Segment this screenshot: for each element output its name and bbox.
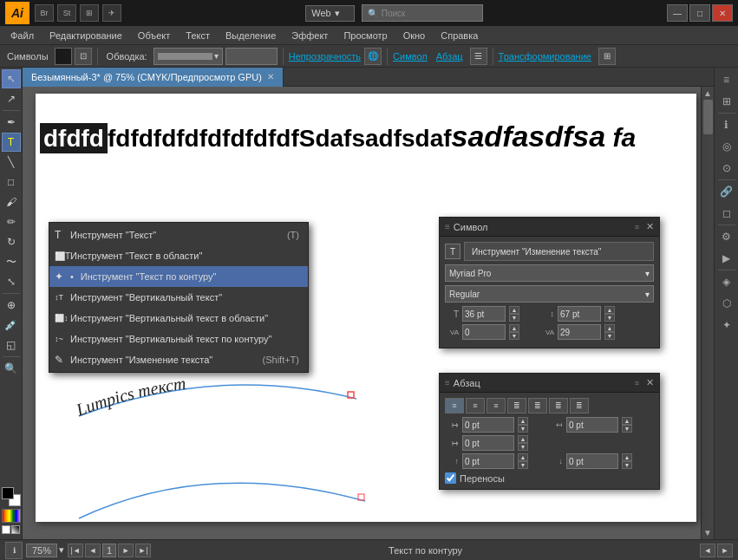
paintbrush-tool[interactable]: 🖌	[2, 192, 21, 212]
color-fg-bg[interactable]	[2, 487, 21, 506]
space-before-field[interactable]: 0 pt	[462, 453, 514, 469]
minimize-button[interactable]: —	[667, 4, 688, 22]
fill-options-btn[interactable]: ⊡	[75, 48, 92, 65]
blend-tool[interactable]: ⊕	[2, 296, 21, 315]
ctx-text-tool[interactable]: T Инструмент "Текст" (T)	[49, 225, 308, 245]
diamond-icon[interactable]: ◈	[716, 271, 737, 292]
menu-object[interactable]: Объект	[131, 29, 177, 42]
ctx-area-text-tool[interactable]: ⬜T Инструмент "Текст в области"	[49, 245, 308, 266]
font-style-dropdown[interactable]: Regular ▾	[445, 285, 654, 303]
leading-field[interactable]: 67 pt	[558, 306, 601, 322]
fill-swatch[interactable]	[55, 48, 72, 65]
search-bar[interactable]: 🔍 Поиск	[362, 4, 483, 22]
pencil-tool[interactable]: ✏	[2, 212, 21, 231]
status-left-btn[interactable]: ◄	[700, 544, 715, 557]
star-icon[interactable]: ✦	[716, 315, 737, 335]
panel-menu-icon[interactable]: ≡	[716, 69, 737, 90]
tracking-field[interactable]: 29	[558, 324, 601, 340]
first-line-up[interactable]: ▲	[518, 435, 528, 443]
align-left-btn[interactable]: ≡	[445, 398, 464, 413]
warp-tool[interactable]: 〜	[2, 252, 21, 271]
grid-icon[interactable]: ⊞	[716, 91, 737, 112]
status-info-btn[interactable]: ℹ	[5, 542, 23, 559]
status-right-btn[interactable]: ►	[717, 544, 733, 557]
none-swatch[interactable]	[2, 525, 10, 534]
hyphenation-checkbox[interactable]	[445, 472, 456, 484]
ctx-vert-area-text-tool[interactable]: ⬜↕ Инструмент "Вертикальный текст в обла…	[49, 308, 308, 329]
eyedropper-tool[interactable]: 💉	[2, 316, 21, 335]
indent-left-up[interactable]: ▲	[518, 417, 528, 425]
align-justify-btn[interactable]: ≣	[507, 398, 526, 413]
leading-down-btn[interactable]: ▼	[604, 314, 615, 322]
next-page-btn[interactable]: ►	[118, 544, 134, 557]
zoom-tool[interactable]: 🔍	[2, 359, 21, 378]
vertical-scrollbar[interactable]: ▲ ▼	[701, 87, 714, 539]
fg-color-swatch[interactable]	[2, 487, 14, 499]
line-tool[interactable]: ╲	[2, 153, 21, 172]
space-before-up[interactable]: ▲	[518, 453, 528, 461]
prev-page-btn[interactable]: ◄	[85, 544, 101, 557]
first-page-btn[interactable]: |◄	[68, 544, 83, 557]
leading-up-btn[interactable]: ▲	[604, 306, 615, 314]
web-dropdown[interactable]: Web ▾	[305, 5, 354, 22]
indent-right-field[interactable]: 0 pt	[566, 417, 618, 433]
info-icon[interactable]: ℹ	[716, 114, 737, 135]
align-justify-last-btn[interactable]: ≣	[528, 398, 547, 413]
menu-help[interactable]: Справка	[434, 29, 485, 42]
align-right-btn[interactable]: ≡	[487, 398, 506, 413]
stroke-weight-dropdown[interactable]	[225, 48, 278, 65]
opacity-btn[interactable]: Непрозрачность	[289, 51, 361, 62]
gear-icon[interactable]: ⚙	[716, 226, 737, 247]
menu-file[interactable]: Файл	[3, 29, 41, 42]
pen-tool[interactable]: ✒	[2, 113, 21, 132]
para-panel-close-btn[interactable]: ✕	[646, 377, 654, 388]
ctx-path-text-tool[interactable]: ✦ • Инструмент "Текст по контуру"	[49, 266, 308, 287]
page-number[interactable]: 1	[102, 544, 116, 557]
size-up-btn[interactable]: ▲	[509, 306, 519, 314]
hex-icon[interactable]: ⬡	[716, 293, 737, 314]
indent-right-up[interactable]: ▲	[622, 417, 632, 425]
kerning-up-btn[interactable]: ▲	[509, 324, 519, 332]
share-icon[interactable]: ✈	[102, 4, 121, 22]
symbol-panel-btn[interactable]: Символ	[393, 51, 428, 62]
rotate-tool[interactable]: ↻	[2, 232, 21, 251]
font-name-dropdown[interactable]: Myriad Pro ▾	[445, 264, 654, 282]
link-icon[interactable]: 🔗	[716, 181, 737, 202]
text-align-icon-btn[interactable]: ☰	[470, 48, 487, 65]
document-tab[interactable]: Безымянный-3* @ 75% (CMYK/Предпросмотр G…	[23, 68, 284, 87]
zoom-dropdown-arrow[interactable]: ▾	[59, 544, 64, 556]
target-icon[interactable]: ⊙	[716, 158, 737, 179]
menu-view[interactable]: Просмотр	[336, 29, 394, 42]
scroll-thumb[interactable]	[703, 100, 713, 134]
ctx-vert-path-text-tool[interactable]: ↕~ Инструмент "Вертикальный текст по кон…	[49, 329, 308, 349]
color-spectrum[interactable]	[2, 509, 21, 523]
space-after-field[interactable]: 0 pt	[566, 453, 618, 469]
gradient-tool[interactable]: ◱	[2, 335, 21, 355]
rect-tool[interactable]: □	[2, 173, 21, 192]
symbol-panel-close-btn[interactable]: ✕	[646, 221, 654, 232]
space-after-up[interactable]: ▲	[622, 453, 632, 461]
paragraph-panel-btn[interactable]: Абзац	[436, 51, 463, 62]
last-page-btn[interactable]: ►|	[135, 544, 151, 557]
menu-effect[interactable]: Эффект	[284, 29, 335, 42]
tracking-down-btn[interactable]: ▼	[604, 332, 615, 340]
ctx-edit-text-tool[interactable]: ✎ Инструмент "Изменение текста" (Shift+T…	[49, 349, 308, 370]
circle-icon[interactable]: ◎	[716, 136, 737, 157]
scale-tool[interactable]: ⤡	[2, 272, 21, 291]
indent-left-down[interactable]: ▼	[518, 425, 528, 433]
align-center-btn[interactable]: ≡	[466, 398, 485, 413]
scroll-up-btn[interactable]: ▲	[703, 87, 712, 98]
kerning-down-btn[interactable]: ▼	[509, 332, 519, 340]
size-field[interactable]: 36 pt	[462, 306, 506, 322]
close-button[interactable]: ✕	[712, 4, 733, 22]
kerning-field[interactable]: 0	[462, 324, 506, 340]
layout-icon[interactable]: ⊞	[80, 4, 99, 22]
play-icon[interactable]: ▶	[716, 248, 737, 269]
transform-icon-btn[interactable]: ⊞	[598, 48, 616, 65]
size-down-btn[interactable]: ▼	[509, 314, 519, 322]
gradient-swatch[interactable]	[11, 525, 20, 534]
indent-left-field[interactable]: 0 pt	[462, 417, 514, 433]
align-force-btn[interactable]: ≣	[570, 398, 589, 413]
space-after-down[interactable]: ▼	[622, 461, 632, 469]
tab-close-btn[interactable]: ✕	[267, 72, 274, 81]
